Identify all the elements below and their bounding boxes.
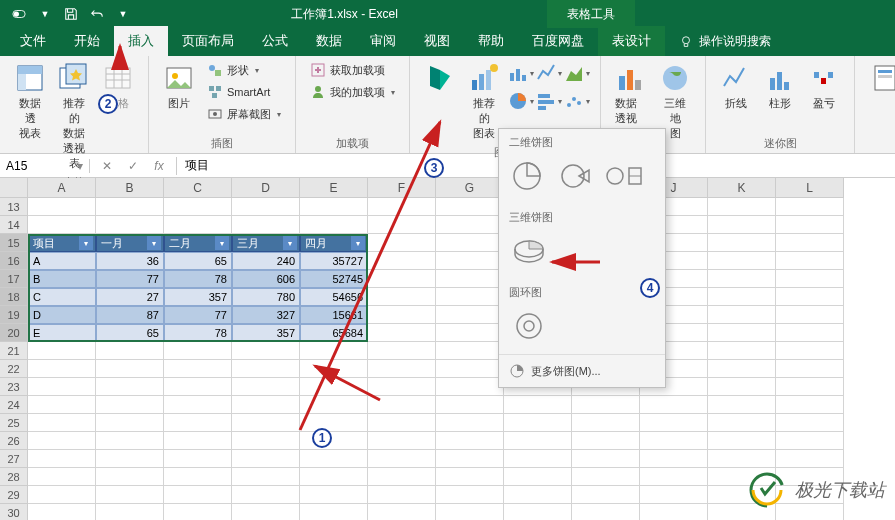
- annotation-marker-2: 2: [98, 94, 118, 114]
- annotation-arrows: [0, 0, 895, 520]
- annotation-marker-4: 4: [640, 278, 660, 298]
- annotation-marker-1: 1: [312, 428, 332, 448]
- svg-line-62: [315, 366, 380, 400]
- annotation-marker-3: 3: [424, 158, 444, 178]
- svg-line-61: [300, 122, 440, 430]
